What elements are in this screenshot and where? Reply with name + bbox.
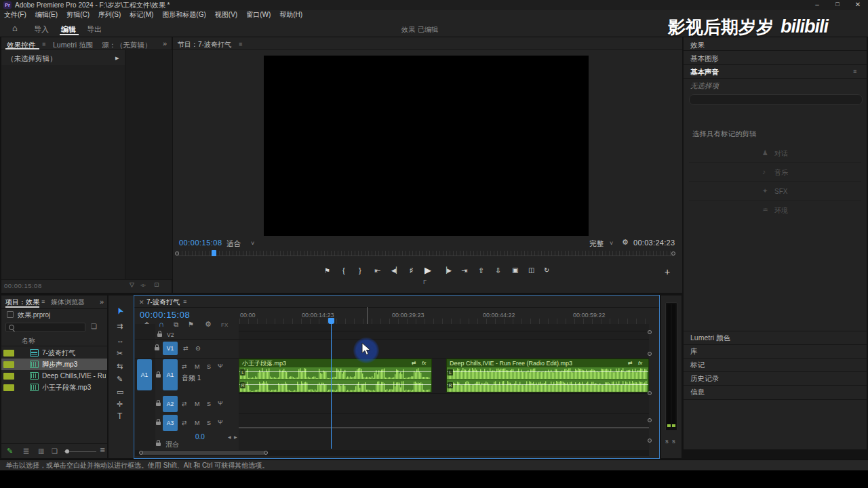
volume-rubber-band[interactable]: [239, 371, 431, 372]
tab-lumetri-scopes[interactable]: Lumetri 范围: [53, 41, 93, 49]
list-item-sequence[interactable]: 7-波奇打气: [42, 350, 75, 357]
menu-file[interactable]: 文件(F): [4, 12, 26, 18]
play-button-icon[interactable]: ▶: [425, 266, 431, 274]
track-lock-icon[interactable]: [155, 347, 159, 350]
track-a2-target[interactable]: A2: [163, 396, 178, 412]
volume-rubber-band[interactable]: [239, 384, 431, 385]
project-file-name[interactable]: 效果.prproj: [18, 312, 50, 319]
column-header-name[interactable]: 名称: [22, 338, 35, 344]
workspace-center-tab-effects[interactable]: 效果: [401, 26, 415, 33]
razor-tool-icon[interactable]: ✂: [117, 350, 123, 357]
program-seek-bar[interactable]: [178, 251, 673, 256]
workspace-tab-edit[interactable]: 编辑: [61, 26, 76, 33]
playback-quality-dropdown[interactable]: 完整: [589, 240, 604, 247]
solo-right-button[interactable]: S: [672, 439, 675, 444]
slip-tool-icon[interactable]: ⇆: [117, 363, 123, 370]
tab-media-browser[interactable]: 媒体浏览器: [51, 299, 85, 306]
menu-clip[interactable]: 剪辑(C): [66, 12, 90, 18]
track-lock-icon[interactable]: [156, 443, 161, 446]
seek-left-handle[interactable]: [175, 251, 179, 256]
seek-right-handle[interactable]: [671, 251, 675, 256]
more-tabs-icon[interactable]: »: [163, 40, 167, 47]
freeform-view-icon[interactable]: ❏: [52, 448, 58, 455]
add-marker-icon[interactable]: ⚑: [188, 321, 194, 328]
mute-button[interactable]: M: [195, 364, 200, 370]
expand-icon[interactable]: ▶: [115, 56, 119, 60]
menu-sequence[interactable]: 序列(S): [98, 12, 121, 18]
track-select-tool-icon[interactable]: ⇉: [117, 323, 123, 330]
tab-effects-panel[interactable]: 效果: [690, 41, 705, 49]
panel-menu-icon[interactable]: ≡: [42, 41, 45, 47]
panel-header-libraries[interactable]: [684, 344, 867, 359]
timeline-hscrollbar-thumb[interactable]: [141, 451, 265, 455]
workspace-tab-export[interactable]: 导出: [87, 26, 102, 33]
solo-left-button[interactable]: S: [665, 439, 669, 444]
fx-badge-label[interactable]: FX: [221, 323, 228, 328]
volume-rubber-band[interactable]: [447, 371, 648, 372]
program-timecode[interactable]: 00:00:15:08: [179, 239, 222, 247]
track-lock-icon[interactable]: [156, 374, 161, 378]
list-item-audio[interactable]: Deep Chills,IVIE - Run Fre: [42, 373, 106, 380]
panel-menu-icon[interactable]: ≡: [41, 299, 45, 305]
hand-tool-icon[interactable]: ✛: [117, 401, 123, 408]
essential-sound-header[interactable]: 基本声音: [690, 68, 719, 76]
solo-button[interactable]: S: [207, 420, 211, 426]
add-marker-icon[interactable]: ⚑: [324, 268, 330, 274]
volume-rubber-band[interactable]: [447, 384, 648, 385]
lift-icon[interactable]: ⇧: [478, 267, 484, 274]
mute-button[interactable]: M: [195, 420, 200, 426]
go-to-out-icon[interactable]: ⇥: [461, 267, 467, 274]
keyframe-next-icon[interactable]: ▶: [234, 435, 237, 439]
pen-tool-icon[interactable]: ✎: [117, 375, 123, 383]
lane-scroll-handle[interactable]: [648, 352, 652, 356]
home-icon[interactable]: ⌂: [12, 24, 18, 33]
source-patch-a1[interactable]: A1: [137, 359, 152, 390]
keyframe-prev-icon[interactable]: ◀: [228, 435, 231, 439]
master-volume-value[interactable]: 0.0: [195, 434, 205, 441]
solo-button[interactable]: S: [207, 401, 211, 407]
workspace-center-tab-edited[interactable]: 已编辑: [418, 26, 438, 33]
tab-timeline-sequence[interactable]: 7-波奇打气: [146, 299, 180, 306]
export-frame-icon[interactable]: ▣: [512, 267, 518, 274]
new-search-bin-icon[interactable]: ❏: [91, 323, 97, 330]
sync-lock-icon[interactable]: ⇄: [182, 401, 187, 407]
mark-in-icon[interactable]: {: [342, 267, 345, 274]
track-v2-label[interactable]: V2: [167, 332, 174, 338]
lane-scroll-handle[interactable]: [648, 391, 652, 395]
ripple-edit-tool-icon[interactable]: ↔: [117, 337, 124, 344]
mark-out-icon[interactable]: }: [359, 267, 361, 274]
tab-effect-controls[interactable]: 效果控件: [7, 41, 35, 49]
track-lock-icon[interactable]: [156, 422, 161, 425]
play-proximity-icon[interactable]: ♯: [410, 267, 413, 274]
timeline-settings-icon[interactable]: ⚙: [205, 321, 212, 328]
snap-magnet-icon[interactable]: ∩: [159, 321, 164, 328]
tab-project[interactable]: 项目：效果: [5, 299, 39, 306]
menu-view[interactable]: 视图(V): [215, 12, 237, 18]
minimize-button[interactable]: –: [807, 1, 827, 8]
sync-lock-icon[interactable]: ⇄: [182, 364, 187, 370]
button-editor-icon[interactable]: +: [665, 267, 670, 277]
panel-menu-icon[interactable]: ≡: [183, 299, 186, 305]
snapshot-icon[interactable]: ⊡: [154, 282, 159, 288]
zoom-level-dropdown[interactable]: 适合: [226, 240, 241, 247]
close-button[interactable]: ✕: [848, 1, 868, 8]
maximize-button[interactable]: □: [827, 1, 848, 7]
preset-search-box[interactable]: [689, 94, 863, 105]
track-v1-target[interactable]: V1: [163, 342, 178, 355]
menu-help[interactable]: 帮助(H): [279, 12, 302, 18]
track-a3-target[interactable]: A3: [163, 415, 178, 431]
list-item-audio[interactable]: 脚步声.mp3: [42, 361, 77, 368]
track-a1-name[interactable]: 音频 1: [182, 375, 201, 382]
rectangle-tool-icon[interactable]: ▭: [117, 388, 123, 396]
more-tabs-icon[interactable]: »: [100, 298, 104, 306]
lane-scroll-handle[interactable]: [648, 330, 652, 334]
workspace-tab-import[interactable]: 导入: [34, 26, 49, 33]
compare-view-icon[interactable]: ◫: [528, 267, 534, 274]
scrollbar-right-handle[interactable]: [264, 451, 268, 455]
tab-program-monitor[interactable]: 节目：7-波奇打气: [178, 41, 231, 48]
icon-view-icon[interactable]: ▥: [38, 448, 44, 455]
voiceover-mic-icon[interactable]: Ψ: [218, 420, 223, 426]
track-lock-icon[interactable]: [156, 403, 161, 406]
menu-window[interactable]: 窗口(W): [246, 12, 271, 18]
track-lock-icon[interactable]: [157, 333, 162, 337]
